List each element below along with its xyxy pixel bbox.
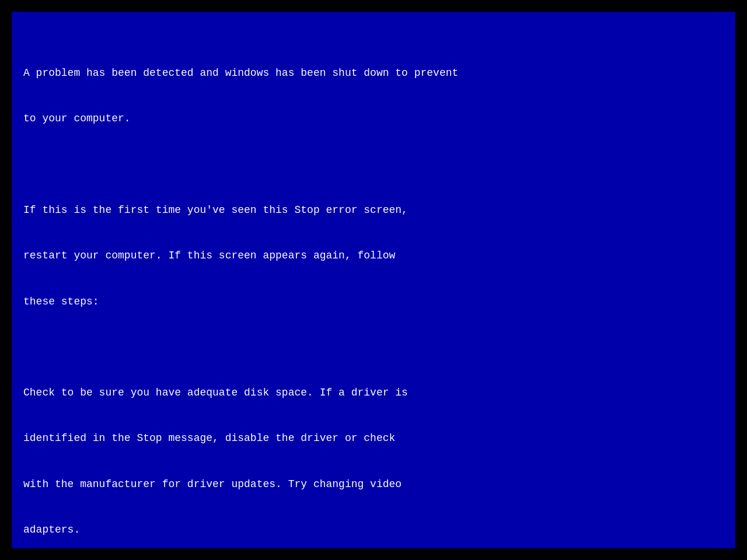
line-5: these steps: <box>23 294 729 309</box>
line-3: If this is the first time you've seen th… <box>23 202 729 218</box>
line-4: restart your computer. If this screen ap… <box>23 248 729 263</box>
line-9: adapters. <box>23 522 729 537</box>
line-7: identified in the Stop message, disable … <box>23 430 729 446</box>
bsod-screen: A problem has been detected and windows … <box>12 12 735 548</box>
line-6: Check to be sure you have adequate disk … <box>23 385 729 400</box>
bsod-content: A problem has been detected and windows … <box>23 35 729 537</box>
line-8: with the manufacturer for driver updates… <box>23 477 729 492</box>
line-1: A problem has been detected and windows … <box>23 65 729 80</box>
spacer-2 <box>23 340 729 355</box>
spacer-1 <box>23 157 729 172</box>
line-2: to your computer. <box>23 111 729 126</box>
